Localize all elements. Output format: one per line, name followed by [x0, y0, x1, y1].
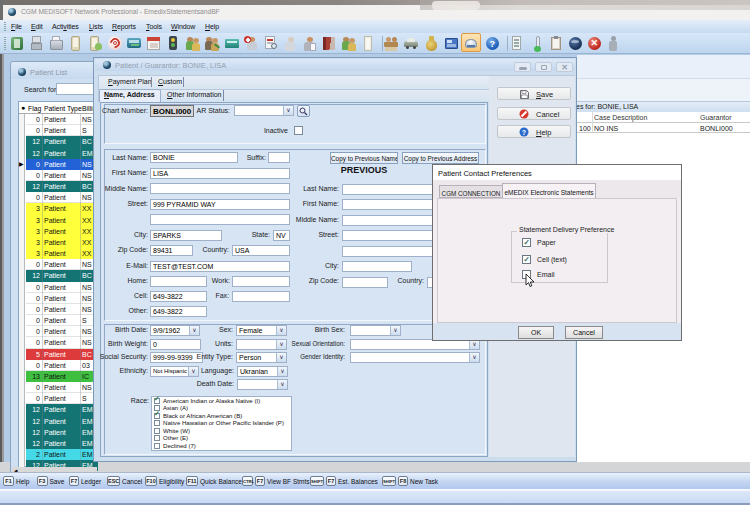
- svg-text:?: ?: [522, 129, 526, 136]
